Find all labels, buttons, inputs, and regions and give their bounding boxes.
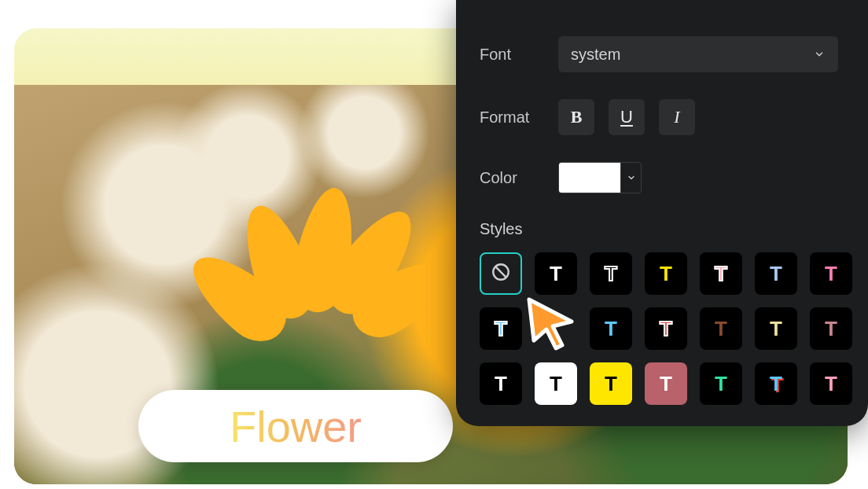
style-glyph: T [660,263,672,284]
style-glyph: T [660,373,672,394]
style-glyph: T [825,373,837,394]
color-label: Color [480,169,558,187]
style-glyph: T [715,263,727,284]
text-properties-panel: Font system Format B U I Color Styles TT… [456,0,868,426]
font-select[interactable]: system [558,36,838,72]
color-picker[interactable] [558,162,642,193]
style-glyph: T [770,263,782,284]
style-tile-sky-out[interactable]: T [480,307,522,350]
style-glyph: T [550,373,562,394]
style-glyph: T [715,318,727,339]
style-tile-white-on-black[interactable]: T [480,362,522,405]
format-row: Format B U I [480,99,838,135]
style-tile-white-solid[interactable]: T [535,252,577,295]
style-glyph: T [825,263,837,284]
color-row: Color [480,162,838,193]
style-tile-pink-out[interactable]: T [700,252,742,295]
font-label: Font [480,46,558,64]
svg-line-1 [495,266,506,277]
style-tile-none[interactable] [480,252,522,295]
format-label: Format [480,108,558,127]
style-glyph: T [605,263,617,284]
underline-button[interactable]: U [609,99,645,135]
style-tile-brown[interactable]: T [700,307,742,350]
styles-grid: TTTTTTTTTTTTTTTTTTT [480,252,838,405]
style-tile-red-out[interactable]: T [645,307,687,350]
style-glyph: T [550,263,562,284]
style-tile-white-outline[interactable]: T [590,252,632,295]
style-glyph: T [825,318,837,339]
style-tile-green[interactable]: T [700,362,742,405]
style-tile-light-blue[interactable]: T [755,252,797,295]
style-tile-blue-red[interactable]: T [755,362,797,405]
font-value: system [571,46,620,64]
style-glyph: T [715,373,727,394]
style-glyph: T [495,318,507,339]
style-tile-rose[interactable]: T [810,307,852,350]
color-swatch [559,163,620,193]
bold-button[interactable]: B [558,99,594,135]
style-glyph: T [495,373,507,394]
text-overlay-pill[interactable]: Flower [138,390,453,462]
style-glyph: T [770,318,782,339]
style-tile-black-on-white[interactable]: T [535,362,577,405]
style-glyph: T [605,318,617,339]
style-tile-black-on-yellow[interactable]: T [590,362,632,405]
style-tile-pink-plain[interactable]: T [810,362,852,405]
style-tile-cream[interactable]: T [755,307,797,350]
font-row: Font system [480,36,838,72]
style-glyph: T [605,373,617,394]
styles-label: Styles [480,220,838,238]
style-tile-cyan[interactable]: T [590,307,632,350]
italic-button[interactable]: I [659,99,695,135]
chevron-down-icon [813,48,826,61]
style-tile-pink-gradient[interactable]: T [810,252,852,295]
chevron-down-icon [620,163,641,193]
style-tile-white-on-rose[interactable]: T [645,362,687,405]
text-overlay-content: Flower [230,401,362,452]
style-glyph: T [660,318,672,339]
none-icon [491,262,511,286]
style-tile-yellow[interactable]: T [645,252,687,295]
style-glyph: T [770,373,782,394]
